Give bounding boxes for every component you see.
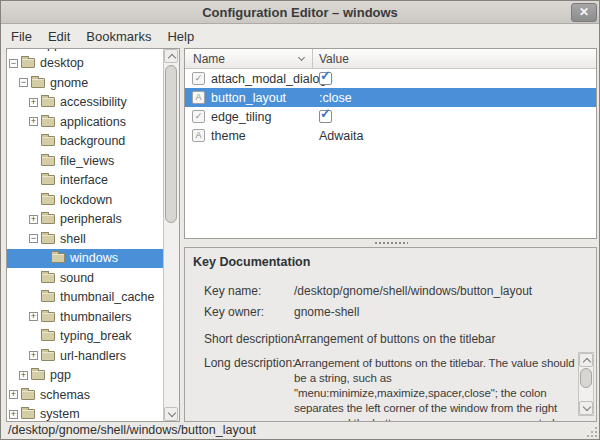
expand-expander-icon[interactable]: + — [29, 117, 38, 126]
key-row-attach_modal_dialogs[interactable]: ✓attach_modal_dialogs✓ — [185, 69, 596, 88]
statusbar: /desktop/gnome/shell/windows/button_layo… — [1, 422, 599, 439]
tree-item-thumbnailers[interactable]: +thumbnailers — [7, 307, 163, 327]
tree-item-interface[interactable]: interface — [7, 171, 163, 191]
tree-item-label: lockdown — [60, 193, 112, 207]
chevron-up-icon — [583, 358, 591, 366]
string-type-icon: A — [192, 129, 205, 142]
key-row-theme[interactable]: AthemeAdwaita — [185, 126, 596, 145]
expand-expander-icon[interactable]: + — [9, 410, 18, 419]
titlebar[interactable]: Configuration Editor – windows ✕ — [1, 1, 599, 24]
tree-item-label: desktop — [40, 56, 84, 70]
tree-item-system[interactable]: +system — [7, 405, 163, 422]
scrollbar-thumb[interactable] — [165, 65, 177, 223]
doc-field-label: Long description: — [204, 356, 295, 370]
tree-item-pgp[interactable]: +pgp — [7, 366, 163, 386]
folder-icon — [41, 175, 55, 185]
scroll-up-button[interactable] — [579, 353, 593, 367]
folder-icon — [41, 117, 55, 127]
tree-item-applications[interactable]: +applications — [7, 112, 163, 132]
tree-item-label: applications — [60, 115, 126, 129]
menu-help[interactable]: Help — [159, 27, 202, 46]
tree-item-label: typing_break — [60, 329, 132, 343]
expand-expander-icon[interactable]: + — [29, 98, 38, 107]
expand-expander-icon[interactable]: + — [29, 312, 38, 321]
tree-item-schemas[interactable]: +schemas — [7, 385, 163, 405]
configuration-editor-window: Configuration Editor – windows ✕ FileEdi… — [0, 0, 600, 440]
tree-item-label: thumbnailers — [60, 310, 132, 324]
folder-tree-panel: +apps−desktop−gnome+accessibility+applic… — [6, 48, 180, 422]
tree-item-shell[interactable]: −shell — [7, 229, 163, 249]
menu-bookmarks[interactable]: Bookmarks — [78, 27, 159, 46]
chevron-up-icon — [168, 54, 176, 62]
folder-icon — [31, 78, 45, 88]
close-icon: ✕ — [579, 5, 589, 19]
column-header-value[interactable]: Value — [313, 49, 596, 68]
expand-expander-icon[interactable]: + — [29, 351, 38, 360]
key-documentation-title: Key Documentation — [193, 255, 310, 269]
name-column-label: Name — [193, 52, 225, 66]
doc-field-value: /desktop/gnome/shell/windows/button_layo… — [294, 284, 532, 298]
checkbox-checked[interactable]: ✓ — [319, 110, 332, 123]
pane-splitter[interactable] — [184, 239, 597, 247]
folder-icon — [41, 214, 55, 224]
chevron-down-icon — [583, 403, 591, 411]
tree-item-url-handlers[interactable]: +url-handlers — [7, 346, 163, 366]
splitter-grip-icon — [374, 242, 408, 244]
close-button[interactable]: ✕ — [571, 3, 597, 22]
collapse-expander-icon[interactable]: − — [9, 59, 18, 68]
tree-item-label: apps — [40, 49, 67, 51]
bool-type-icon: ✓ — [192, 72, 205, 85]
tree-item-label: interface — [60, 173, 108, 187]
expand-expander-icon[interactable]: + — [19, 371, 28, 380]
column-header-name[interactable]: Name — [185, 49, 313, 68]
scrollbar-thumb[interactable] — [580, 368, 592, 388]
tree-item-lockdown[interactable]: lockdown — [7, 190, 163, 210]
tree-item-background[interactable]: background — [7, 132, 163, 152]
key-row-edge_tiling[interactable]: ✓edge_tiling✓ — [185, 107, 596, 126]
string-type-icon: A — [192, 91, 205, 104]
tree-item-peripherals[interactable]: +peripherals — [7, 210, 163, 230]
collapse-expander-icon[interactable]: − — [19, 78, 28, 87]
collapse-expander-icon[interactable]: − — [29, 234, 38, 243]
checkmark-icon: ✓ — [320, 68, 331, 83]
key-row-button_layout[interactable]: Abutton_layout:close — [185, 88, 596, 107]
scroll-down-button[interactable] — [579, 401, 593, 415]
key-value-text: :close — [319, 91, 352, 105]
folder-icon — [41, 331, 55, 341]
tree-item-label: thumbnail_cache — [60, 290, 155, 304]
expand-expander-icon[interactable]: + — [29, 215, 38, 224]
tree-item-file_views[interactable]: file_views — [7, 151, 163, 171]
tree-item-desktop[interactable]: −desktop — [7, 54, 163, 74]
menu-file[interactable]: File — [3, 27, 40, 46]
key-name: edge_tiling — [211, 110, 271, 124]
value-column-label: Value — [319, 52, 349, 66]
window-resize-grip[interactable] — [586, 426, 597, 437]
tree-item-label: system — [40, 407, 80, 421]
expand-expander-icon[interactable]: + — [9, 390, 18, 399]
key-value-text: Adwaita — [319, 129, 363, 143]
scroll-up-button[interactable] — [164, 49, 178, 63]
tree-scrollbar[interactable] — [163, 49, 179, 421]
folder-icon — [51, 253, 65, 263]
tree-item-typing_break[interactable]: typing_break — [7, 327, 163, 347]
doc-field-label: Short description: — [204, 332, 297, 346]
key-value: :close — [319, 88, 352, 107]
tree-item-windows[interactable]: windows — [7, 249, 163, 269]
tree-item-label: url-handlers — [60, 349, 126, 363]
tree-item-sound[interactable]: sound — [7, 268, 163, 288]
scroll-down-button[interactable] — [164, 407, 178, 421]
folder-icon — [41, 351, 55, 361]
bool-type-icon: ✓ — [192, 110, 205, 123]
folder-icon — [21, 390, 35, 400]
checkbox-checked[interactable]: ✓ — [319, 72, 332, 85]
tree-item-accessibility[interactable]: +accessibility — [7, 93, 163, 113]
description-scrollbar[interactable] — [578, 352, 594, 416]
folder-icon — [41, 97, 55, 107]
key-value: ✓ — [319, 69, 332, 88]
checkmark-icon: ✓ — [320, 106, 331, 121]
menu-edit[interactable]: Edit — [40, 27, 78, 46]
tree-item-gnome[interactable]: −gnome — [7, 73, 163, 93]
tree-item-thumbnail_cache[interactable]: thumbnail_cache — [7, 288, 163, 308]
tree-item-label: sound — [60, 271, 94, 285]
tree-item-label: shell — [60, 232, 86, 246]
